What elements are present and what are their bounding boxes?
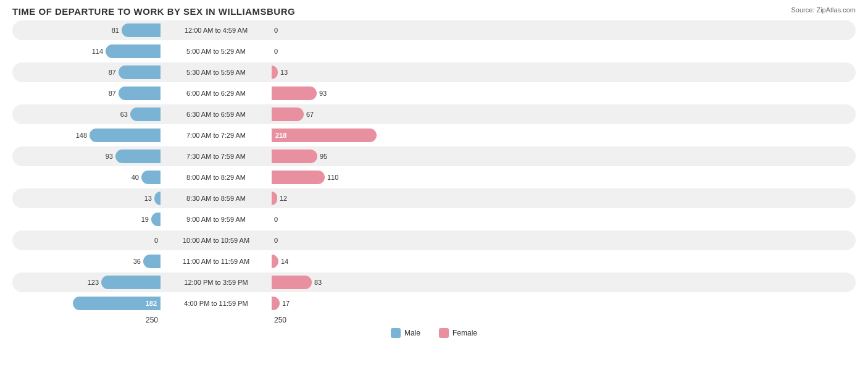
female-bar: 218 — [272, 129, 377, 142]
female-bar-value: 218 — [272, 132, 286, 139]
female-value: 95 — [320, 153, 335, 160]
row-label: 7:30 AM to 7:59 AM — [161, 153, 272, 160]
chart-row: 87 5:30 AM to 5:59 AM 13 — [12, 62, 856, 82]
chart-row: 123 12:00 PM to 3:59 PM 83 — [12, 272, 856, 292]
axis-row: 250 250 — [12, 316, 856, 324]
male-bar-container: 13 — [37, 192, 161, 205]
row-label: 6:30 AM to 6:59 AM — [161, 111, 272, 118]
row-right: 93 — [272, 86, 420, 100]
male-value: 87 — [101, 90, 116, 97]
female-value: 83 — [314, 279, 329, 286]
row-right: 0 — [272, 23, 420, 37]
female-value: 13 — [280, 69, 295, 76]
row-left: 123 — [12, 276, 161, 289]
female-value: 14 — [281, 258, 296, 265]
male-legend-label: Male — [404, 329, 420, 337]
male-bar — [122, 23, 161, 37]
male-bar-container: 19 — [37, 213, 161, 226]
male-bar-container: 93 — [37, 150, 161, 163]
female-value: 0 — [274, 27, 289, 34]
row-left: 114 — [12, 44, 161, 58]
male-value: 36 — [126, 258, 141, 265]
legend-male: Male — [391, 328, 420, 338]
row-right: 0 — [272, 44, 420, 58]
male-bar-container: 87 — [37, 65, 161, 79]
male-bar-container: 63 — [37, 108, 161, 121]
male-bar-container: 81 — [37, 23, 161, 37]
male-value: 81 — [104, 27, 119, 34]
row-label: 10:00 AM to 10:59 AM — [161, 237, 272, 244]
row-label: 5:00 AM to 5:29 AM — [161, 48, 272, 55]
row-left: 40 — [12, 171, 161, 184]
row-label: 6:00 AM to 6:29 AM — [161, 90, 272, 97]
female-bar — [272, 192, 277, 205]
row-left: 148 — [12, 129, 161, 142]
chart-area: 81 12:00 AM to 4:59 AM 0 114 — [12, 20, 856, 313]
male-bar — [90, 129, 161, 142]
female-bar — [272, 276, 312, 289]
male-bar — [141, 171, 161, 184]
chart-row: 0 10:00 AM to 10:59 AM 0 — [12, 230, 856, 250]
female-bar — [272, 255, 278, 268]
row-label: 9:00 AM to 9:59 AM — [161, 216, 272, 223]
male-value: 114 — [88, 48, 103, 55]
female-bar — [272, 86, 317, 100]
female-value: 0 — [274, 48, 289, 55]
row-right: 95 — [272, 150, 420, 163]
row-right: 17 — [272, 297, 420, 310]
male-value: 13 — [137, 195, 152, 202]
row-right: 0 — [272, 213, 420, 226]
female-bar — [272, 297, 280, 310]
male-value: 0 — [143, 237, 158, 244]
chart-row: 93 7:30 AM to 7:59 AM 95 — [12, 146, 856, 166]
male-bar-container: 114 — [37, 44, 161, 58]
row-left: 87 — [12, 65, 161, 79]
chart-container: TIME OF DEPARTURE TO WORK BY SEX IN WILL… — [0, 0, 868, 367]
row-right: 67 — [272, 108, 420, 121]
row-right: 14 — [272, 255, 420, 268]
row-left: 182 — [12, 297, 161, 310]
male-bar: 182 — [73, 297, 161, 310]
male-bar — [119, 65, 161, 79]
chart-row: 81 12:00 AM to 4:59 AM 0 — [12, 20, 856, 40]
male-bar-container: 148 — [37, 129, 161, 142]
row-right: 12 — [272, 192, 420, 205]
male-value: 40 — [124, 174, 139, 181]
male-value: 19 — [134, 216, 149, 223]
male-value: 87 — [101, 69, 116, 76]
chart-title: TIME OF DEPARTURE TO WORK BY SEX IN WILL… — [12, 6, 856, 17]
row-left: 81 — [12, 23, 161, 37]
male-bar — [154, 192, 161, 205]
male-bar — [119, 86, 161, 100]
row-label: 12:00 PM to 3:59 PM — [161, 279, 272, 286]
female-value: 12 — [280, 195, 294, 202]
row-label: 11:00 AM to 11:59 AM — [161, 258, 272, 265]
row-left: 87 — [12, 86, 161, 100]
row-label: 5:30 AM to 5:59 AM — [161, 69, 272, 76]
chart-row: 36 11:00 AM to 11:59 AM 14 — [12, 251, 856, 271]
female-value: 110 — [327, 174, 342, 181]
male-bar — [143, 255, 161, 268]
row-label: 4:00 PM to 11:59 PM — [161, 300, 272, 307]
row-label: 8:30 AM to 8:59 AM — [161, 195, 272, 202]
chart-row: 40 8:00 AM to 8:29 AM 110 — [12, 167, 856, 187]
source-text: Source: ZipAtlas.com — [791, 6, 856, 14]
legend: Male Female — [12, 328, 856, 338]
row-left: 63 — [12, 108, 161, 121]
row-right: 110 — [272, 171, 420, 184]
male-bar — [115, 150, 161, 163]
row-label: 7:00 AM to 7:29 AM — [161, 132, 272, 139]
male-legend-box — [391, 328, 401, 338]
male-bar — [151, 213, 161, 226]
row-label: 8:00 AM to 8:29 AM — [161, 174, 272, 181]
female-bar — [272, 65, 278, 79]
female-value: 93 — [319, 90, 334, 97]
row-left: 93 — [12, 150, 161, 163]
row-right: 83 — [272, 276, 420, 289]
female-legend-box — [439, 328, 449, 338]
row-left: 13 — [12, 192, 161, 205]
male-bar-container: 0 — [37, 234, 161, 247]
male-value: 93 — [98, 153, 113, 160]
chart-row: 13 8:30 AM to 8:59 AM 12 — [12, 188, 856, 208]
male-bar — [101, 276, 161, 289]
